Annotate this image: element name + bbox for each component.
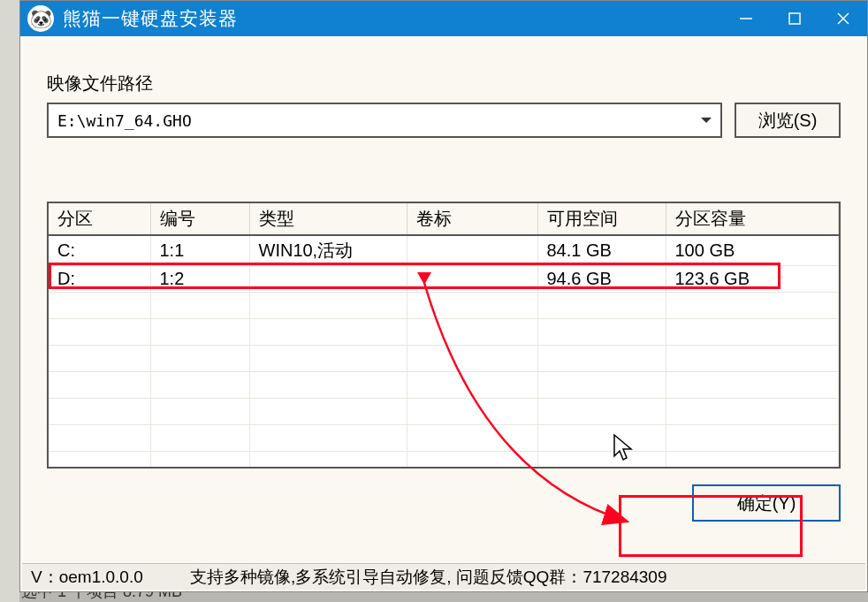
cell-partition [49, 346, 150, 372]
table-row [49, 452, 839, 469]
col-header-free[interactable]: 可用空间 [537, 203, 666, 235]
cell-type [249, 452, 407, 469]
cell-free [537, 452, 666, 469]
image-path-label: 映像文件路径 [47, 72, 841, 95]
minimize-icon [740, 12, 752, 25]
cell-type [249, 399, 407, 425]
cell-partition [49, 319, 150, 346]
col-header-type[interactable]: 类型 [249, 203, 407, 235]
cell-type [249, 346, 407, 372]
cell-volume [407, 266, 537, 293]
table-row [49, 346, 839, 372]
cell-partition [49, 372, 150, 399]
cell-partition [49, 425, 150, 452]
col-header-number[interactable]: 编号 [150, 203, 249, 235]
cell-free: 94.6 GB [537, 266, 666, 293]
cell-volume [407, 346, 537, 372]
table-row [49, 319, 839, 346]
background-left-strip [0, 0, 19, 602]
cell-volume [407, 452, 537, 469]
cell-volume [407, 425, 537, 452]
cell-capacity [666, 372, 839, 399]
cell-type: WIN10,活动 [249, 235, 407, 266]
cell-capacity [666, 399, 839, 425]
table-row [49, 425, 839, 452]
close-icon [836, 11, 850, 26]
cell-partition [49, 293, 150, 319]
browse-button[interactable]: 浏览(S) [735, 103, 841, 138]
cell-free [537, 425, 666, 452]
cell-capacity [666, 346, 839, 372]
cell-type [249, 293, 407, 319]
cell-partition: D: [49, 266, 150, 293]
cell-number [150, 346, 249, 372]
cell-number [150, 452, 249, 469]
cell-number [150, 425, 249, 452]
minimize-button[interactable] [721, 1, 770, 36]
cell-free [537, 346, 666, 372]
window-title: 熊猫一键硬盘安装器 [63, 6, 721, 31]
cell-capacity: 100 GB [666, 235, 839, 266]
image-path-row: 浏览(S) [47, 103, 841, 138]
cell-type [249, 425, 407, 452]
status-version: V：oem1.0.0.0 [31, 566, 190, 589]
cell-capacity: 123.6 GB [666, 266, 839, 293]
cell-capacity [666, 425, 839, 452]
cell-capacity [666, 319, 839, 346]
cell-type [249, 266, 407, 293]
titlebar: 🐼 熊猫一键硬盘安装器 [20, 1, 867, 36]
chevron-down-icon [701, 118, 712, 123]
cell-capacity [666, 293, 839, 319]
footer-row: 确定(Y) [47, 484, 841, 522]
col-header-partition[interactable]: 分区 [49, 203, 150, 235]
table-row [49, 399, 839, 425]
close-button[interactable] [819, 1, 867, 36]
maximize-icon [788, 12, 801, 25]
cell-type [249, 319, 407, 346]
table-row[interactable]: C:1:1WIN10,活动84.1 GB100 GB [49, 235, 839, 266]
image-path-combobox[interactable] [47, 103, 722, 138]
cell-number [150, 319, 249, 346]
cell-partition [49, 399, 150, 425]
cell-capacity [666, 452, 839, 469]
window-controls [721, 1, 867, 36]
cell-free [537, 399, 666, 425]
cell-number [150, 293, 249, 319]
cell-type [249, 372, 407, 399]
table-row[interactable]: D:1:294.6 GB123.6 GB [49, 266, 839, 293]
cell-number: 1:1 [150, 235, 249, 266]
col-header-capacity[interactable]: 分区容量 [666, 203, 839, 235]
partition-table: 分区 编号 类型 卷标 可用空间 分区容量 C:1:1WIN10,活动84.1 … [47, 202, 841, 469]
table-header-row: 分区 编号 类型 卷标 可用空间 分区容量 [49, 203, 839, 235]
maximize-button[interactable] [770, 1, 819, 36]
cell-number: 1:2 [150, 266, 249, 293]
status-support-text: 支持多种镜像,多系统引导自动修复, 问题反馈QQ群：717284309 [190, 566, 857, 589]
svg-rect-1 [789, 13, 800, 24]
cell-free [537, 319, 666, 346]
table-row [49, 372, 839, 399]
col-header-volume[interactable]: 卷标 [407, 203, 537, 235]
statusbar: V：oem1.0.0.0 支持多种镜像,多系统引导自动修复, 问题反馈QQ群：7… [22, 563, 865, 590]
cell-number [150, 372, 249, 399]
image-path-input[interactable] [57, 111, 701, 130]
cell-partition: C: [49, 235, 150, 266]
cell-partition [49, 452, 150, 469]
ok-button[interactable]: 确定(Y) [692, 484, 841, 522]
cell-volume [407, 372, 537, 399]
content-area: 映像文件路径 浏览(S) 分区 编号 类型 卷标 [20, 36, 867, 530]
cell-volume [407, 399, 537, 425]
table-row [49, 293, 839, 319]
app-panda-icon: 🐼 [27, 5, 54, 32]
cell-volume [407, 293, 537, 319]
main-window: 🐼 熊猫一键硬盘安装器 映像文件路径 浏览(S) [19, 0, 868, 592]
cell-free [537, 372, 666, 399]
cell-free [537, 293, 666, 319]
cell-volume [407, 319, 537, 346]
cell-number [150, 399, 249, 425]
cell-free: 84.1 GB [537, 235, 666, 266]
cell-volume [407, 235, 537, 266]
